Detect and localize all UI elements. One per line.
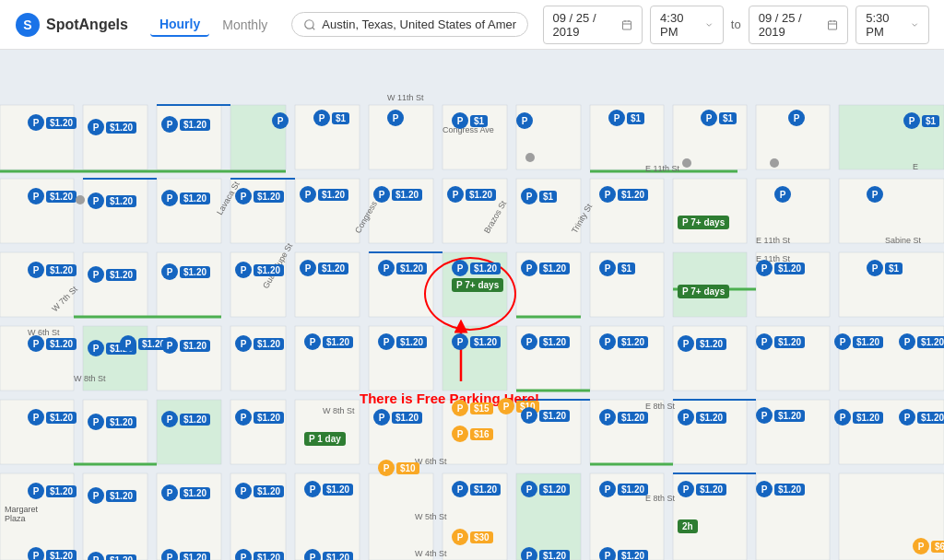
parking-marker[interactable]: P $1.20 [899,333,944,350]
parking-marker[interactable]: P [272,112,289,129]
parking-marker-free[interactable]: P 7+ days [452,278,503,292]
parking-marker[interactable]: P $1.20 [161,484,210,501]
parking-marker[interactable]: P $1.20 [756,407,805,424]
parking-marker[interactable]: P $1.20 [300,186,348,203]
parking-marker[interactable]: P $1.20 [521,333,570,350]
parking-marker[interactable]: P [788,110,805,126]
parking-marker[interactable]: P $1.20 [235,188,284,204]
parking-marker-paid[interactable]: P $15 [452,400,493,416]
parking-marker[interactable]: P $1.20 [834,409,883,426]
parking-marker[interactable]: P $1.20 [521,260,570,276]
map[interactable]: W 11th St E 11th St E 11th St E 11th St … [0,50,944,560]
parking-marker-paid[interactable]: P $16 [452,426,493,442]
date-to-picker[interactable]: 09 / 25 / 2019 [749,6,849,44]
p-icon: P [88,487,104,504]
parking-marker[interactable]: P $1.20 [756,333,805,350]
parking-marker[interactable]: P $1 [701,110,737,126]
parking-marker[interactable]: P $1.20 [300,260,348,276]
parking-marker[interactable]: P [516,112,533,129]
parking-marker[interactable]: P $1.20 [235,335,284,352]
parking-marker[interactable]: P $1 [599,260,635,276]
search-input[interactable] [322,18,515,31]
parking-marker[interactable]: P $1 [903,112,939,129]
parking-marker[interactable]: P $1.20 [88,552,136,560]
parking-marker[interactable]: P $1.20 [88,119,136,135]
parking-marker[interactable]: P $1.20 [28,547,77,560]
date-from-picker[interactable]: 09 / 25 / 2019 [543,6,643,44]
parking-marker[interactable]: P $1.20 [88,192,136,209]
parking-marker[interactable]: P [774,186,791,203]
parking-marker[interactable]: P $1.20 [161,263,210,280]
price-label: $1.20 [466,189,496,201]
parking-marker[interactable]: P $1.20 [447,186,496,203]
parking-marker[interactable]: P $1.20 [235,409,284,426]
parking-marker-paid[interactable]: P $6 [913,538,944,554]
parking-marker[interactable]: P $1.20 [452,260,501,276]
parking-marker[interactable]: P $1.20 [756,481,805,497]
parking-marker[interactable]: P $1.20 [88,414,136,430]
parking-marker[interactable]: P $1.20 [599,333,648,350]
parking-marker[interactable]: P $1 [452,112,488,129]
parking-marker[interactable]: P $1.20 [28,188,77,204]
parking-marker[interactable]: P $1.20 [452,333,501,350]
parking-marker[interactable]: P [867,186,883,203]
tab-monthly[interactable]: Monthly [213,14,277,36]
parking-marker[interactable]: P $1.20 [678,481,726,497]
parking-marker[interactable]: P $1.20 [304,333,353,350]
parking-marker[interactable]: P $1.20 [834,333,883,350]
parking-marker[interactable]: P $1.20 [28,262,77,278]
parking-marker[interactable]: P $1 [608,110,644,126]
parking-marker[interactable]: P $1 [521,188,557,204]
parking-marker[interactable]: P $1.20 [304,549,353,560]
search-bar[interactable] [291,12,527,37]
parking-marker[interactable]: P $1.20 [521,407,570,424]
parking-marker[interactable]: P 7+ days [678,285,729,298]
parking-marker[interactable]: P $1.20 [599,409,648,426]
parking-marker[interactable]: P $1.20 [161,190,210,206]
parking-marker[interactable]: P $1.20 [28,335,77,352]
parking-marker[interactable]: P $1.20 [452,481,501,497]
svg-rect-27 [157,179,221,243]
parking-marker[interactable]: P $1.20 [235,262,284,278]
parking-marker[interactable]: P $1.20 [599,186,648,203]
parking-marker[interactable]: P $1 [867,260,903,276]
parking-marker-paid[interactable]: P $10 [378,460,419,476]
parking-marker[interactable]: P $1.20 [521,547,570,560]
tab-hourly[interactable]: Hourly [150,13,209,37]
parking-marker[interactable]: P $1.20 [599,481,648,497]
parking-marker[interactable]: P $1.20 [678,335,726,352]
parking-marker[interactable]: P $1.20 [28,409,77,426]
time-to-picker[interactable]: 5:30 PM [856,6,929,44]
parking-marker[interactable]: P $1.20 [88,487,136,504]
parking-marker[interactable]: P $1 [313,110,349,126]
p-icon: P [88,266,104,283]
parking-marker-paid[interactable]: P $30 [452,529,493,545]
time-from-picker[interactable]: 4:30 PM [650,6,724,44]
parking-marker[interactable]: P 7+ days [678,216,729,229]
parking-marker[interactable]: P $1.20 [161,411,210,427]
parking-marker-2h[interactable]: 2h [678,519,698,533]
date-from-value: 09 / 25 / 2019 [553,11,616,39]
parking-marker[interactable]: P $1.20 [28,114,77,131]
parking-marker[interactable]: P $1.20 [161,337,210,354]
parking-marker[interactable]: P $1.20 [899,409,944,426]
parking-marker[interactable]: P $1.20 [235,549,284,560]
parking-marker[interactable]: P $1.20 [28,483,77,499]
parking-marker[interactable]: P [387,110,404,126]
parking-marker[interactable]: P $1.20 [378,260,427,276]
parking-marker[interactable]: P $1.20 [235,483,284,499]
parking-marker[interactable]: P $1.20 [599,547,648,560]
parking-marker[interactable]: P $1.20 [378,333,427,350]
p-green-icon: P 7+ days [678,216,729,229]
parking-marker[interactable]: P $1.20 [304,481,353,497]
parking-marker[interactable]: P $1.20 [373,186,422,203]
price-label: $1.20 [392,412,422,424]
parking-marker[interactable]: P $1.20 [161,116,210,133]
parking-marker[interactable]: P $1.20 [373,409,422,426]
parking-marker[interactable]: P $1.20 [161,549,210,560]
parking-marker[interactable]: P $1.20 [88,266,136,283]
parking-marker[interactable]: P $1.20 [521,481,570,497]
parking-marker-1day[interactable]: P 1 day [304,432,346,446]
parking-marker[interactable]: P $1.20 [678,409,726,426]
parking-marker[interactable]: P $1.20 [756,260,805,276]
